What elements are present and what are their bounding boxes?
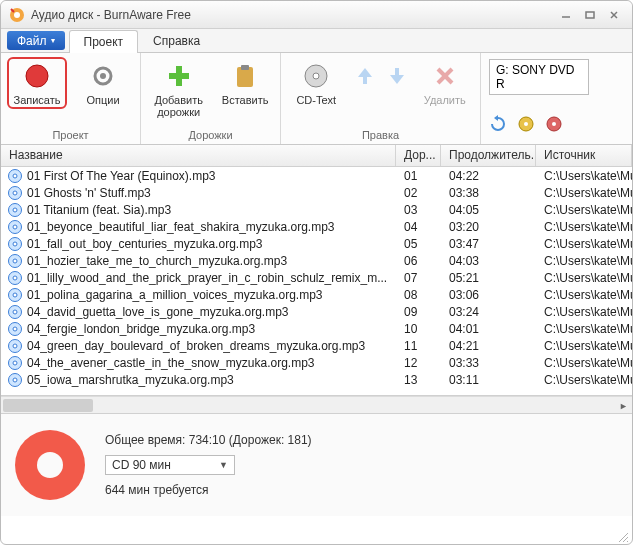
disc-type-select[interactable]: CD 90 мин ▼ bbox=[105, 455, 235, 475]
drive-select[interactable]: G: SONY DVD R bbox=[489, 59, 589, 95]
column-track[interactable]: Дор... bbox=[396, 145, 441, 166]
plus-icon bbox=[163, 60, 195, 92]
arrow-up-icon bbox=[349, 60, 381, 92]
tab-help[interactable]: Справка bbox=[138, 29, 215, 52]
resize-grip[interactable] bbox=[617, 529, 629, 541]
gear-icon bbox=[87, 60, 119, 92]
svg-point-15 bbox=[313, 73, 319, 79]
audio-track-icon bbox=[7, 338, 23, 354]
svg-point-29 bbox=[13, 225, 17, 229]
audio-track-icon bbox=[7, 185, 23, 201]
audio-track-icon bbox=[7, 372, 23, 388]
group-label-project: Проект bbox=[1, 129, 140, 144]
options-button[interactable]: Опции bbox=[73, 57, 133, 109]
drive-panel: G: SONY DVD R bbox=[481, 53, 632, 144]
move-up-button[interactable] bbox=[352, 57, 378, 97]
list-header: Название Дор... Продолжитель... Источник bbox=[1, 145, 632, 167]
table-row[interactable]: 01 First Of The Year (Equinox).mp30104:2… bbox=[1, 167, 632, 184]
scrollbar-thumb[interactable] bbox=[3, 399, 93, 412]
table-row[interactable]: 01 Ghosts 'n' Stuff.mp30203:38C:\Users\k… bbox=[1, 184, 632, 201]
svg-line-48 bbox=[619, 533, 628, 542]
required-time-label: 644 мин требуется bbox=[105, 483, 312, 497]
audio-track-icon bbox=[7, 270, 23, 286]
audio-track-icon bbox=[7, 236, 23, 252]
audio-track-icon bbox=[7, 304, 23, 320]
audio-track-icon bbox=[7, 355, 23, 371]
svg-point-25 bbox=[13, 191, 17, 195]
svg-rect-3 bbox=[586, 12, 594, 18]
menu-bar: Файл ▾ Проект Справка bbox=[1, 29, 632, 53]
erase-icon[interactable] bbox=[545, 115, 563, 133]
svg-point-21 bbox=[552, 122, 556, 126]
record-button[interactable]: Записать bbox=[7, 57, 67, 109]
tab-project[interactable]: Проект bbox=[69, 30, 139, 53]
svg-point-33 bbox=[13, 259, 17, 263]
group-label-tracks: Дорожки bbox=[141, 129, 280, 144]
table-row[interactable]: 04_the_avener_castle_in_the_snow_myzuka.… bbox=[1, 354, 632, 371]
table-row[interactable]: 01_fall_out_boy_centuries_myzuka.org.mp3… bbox=[1, 235, 632, 252]
refresh-icon[interactable] bbox=[489, 115, 507, 133]
audio-track-icon bbox=[7, 287, 23, 303]
title-bar: Аудио диск - BurnAware Free bbox=[1, 1, 632, 29]
column-duration[interactable]: Продолжитель... bbox=[441, 145, 536, 166]
disc-icon bbox=[300, 60, 332, 92]
chevron-down-icon: ▼ bbox=[219, 460, 228, 470]
audio-track-icon bbox=[7, 253, 23, 269]
capacity-donut bbox=[15, 430, 85, 500]
chevron-down-icon: ▾ bbox=[51, 36, 55, 45]
table-row[interactable]: 05_iowa_marshrutka_myzuka.org.mp31303:11… bbox=[1, 371, 632, 388]
total-time-label: Общее время: 734:10 (Дорожек: 181) bbox=[105, 433, 312, 447]
svg-point-43 bbox=[13, 344, 17, 348]
file-menu-label: Файл bbox=[17, 34, 47, 48]
table-row[interactable]: 04_green_day_boulevard_of_broken_dreams_… bbox=[1, 337, 632, 354]
svg-point-23 bbox=[13, 174, 17, 178]
track-list[interactable]: 01 First Of The Year (Equinox).mp30104:2… bbox=[1, 167, 632, 395]
table-row[interactable]: 01_beyonce_beautiful_liar_feat_shakira_m… bbox=[1, 218, 632, 235]
svg-point-1 bbox=[14, 12, 20, 18]
scroll-right-icon[interactable]: ► bbox=[615, 397, 632, 414]
svg-point-35 bbox=[13, 276, 17, 280]
svg-point-27 bbox=[13, 208, 17, 212]
table-row[interactable]: 04_david_guetta_love_is_gone_myzuka.org.… bbox=[1, 303, 632, 320]
group-label-edit: Правка bbox=[281, 129, 480, 144]
table-row[interactable]: 01_hozier_take_me_to_church_myzuka.org.m… bbox=[1, 252, 632, 269]
table-row[interactable]: 04_fergie_london_bridge_myzuka.org.mp310… bbox=[1, 320, 632, 337]
close-button[interactable] bbox=[604, 8, 624, 22]
svg-point-37 bbox=[13, 293, 17, 297]
svg-point-45 bbox=[13, 361, 17, 365]
svg-line-50 bbox=[627, 541, 628, 542]
svg-point-39 bbox=[13, 310, 17, 314]
column-source[interactable]: Источник bbox=[536, 145, 632, 166]
svg-point-47 bbox=[13, 378, 17, 382]
audio-track-icon bbox=[7, 202, 23, 218]
svg-point-41 bbox=[13, 327, 17, 331]
svg-point-31 bbox=[13, 242, 17, 246]
arrow-down-icon bbox=[381, 60, 413, 92]
delete-button[interactable]: Удалить bbox=[416, 57, 475, 109]
svg-rect-11 bbox=[169, 73, 189, 79]
delete-x-icon bbox=[429, 60, 461, 92]
audio-track-icon bbox=[7, 219, 23, 235]
move-down-button[interactable] bbox=[384, 57, 410, 97]
horizontal-scrollbar[interactable]: ◄ ► bbox=[1, 396, 632, 413]
maximize-button[interactable] bbox=[580, 8, 600, 22]
file-menu[interactable]: Файл ▾ bbox=[7, 31, 65, 50]
record-icon bbox=[21, 60, 53, 92]
eject-icon[interactable] bbox=[517, 115, 535, 133]
footer: Общее время: 734:10 (Дорожек: 181) CD 90… bbox=[1, 414, 632, 516]
audio-track-icon bbox=[7, 168, 23, 184]
table-row[interactable]: 01_polina_gagarina_a_million_voices_myzu… bbox=[1, 286, 632, 303]
column-name[interactable]: Название bbox=[1, 145, 396, 166]
add-tracks-button[interactable]: Добавить дорожки bbox=[147, 57, 210, 121]
cdtext-button[interactable]: CD-Text bbox=[287, 57, 346, 109]
app-icon bbox=[9, 7, 25, 23]
table-row[interactable]: 01_lilly_wood_and_the_prick_prayer_in_c_… bbox=[1, 269, 632, 286]
paste-icon bbox=[229, 60, 261, 92]
insert-button[interactable]: Вставить bbox=[216, 57, 274, 109]
table-row[interactable]: 01 Titanium (feat. Sia).mp30304:05C:\Use… bbox=[1, 201, 632, 218]
svg-point-19 bbox=[524, 122, 528, 126]
minimize-button[interactable] bbox=[556, 8, 576, 22]
ribbon: Записать Опции Проект Добавить дорожки В… bbox=[1, 53, 632, 145]
window-title: Аудио диск - BurnAware Free bbox=[31, 8, 552, 22]
audio-track-icon bbox=[7, 321, 23, 337]
